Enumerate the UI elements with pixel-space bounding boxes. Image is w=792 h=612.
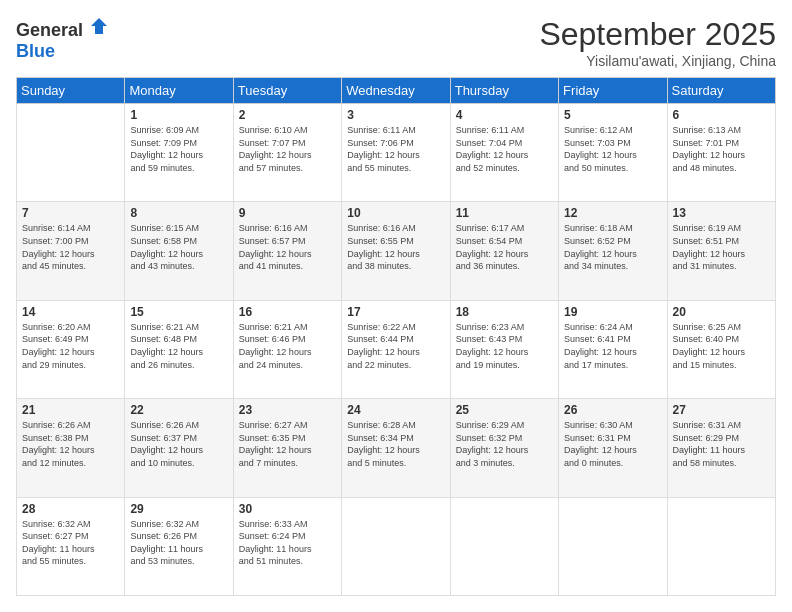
day-cell: 24Sunrise: 6:28 AM Sunset: 6:34 PM Dayli… bbox=[342, 399, 450, 497]
calendar-body: 1Sunrise: 6:09 AM Sunset: 7:09 PM Daylig… bbox=[17, 104, 776, 596]
day-cell bbox=[342, 497, 450, 595]
day-info: Sunrise: 6:09 AM Sunset: 7:09 PM Dayligh… bbox=[130, 124, 227, 174]
day-number: 30 bbox=[239, 502, 336, 516]
logo-icon bbox=[89, 16, 109, 36]
day-cell: 28Sunrise: 6:32 AM Sunset: 6:27 PM Dayli… bbox=[17, 497, 125, 595]
header-tuesday: Tuesday bbox=[233, 78, 341, 104]
day-number: 14 bbox=[22, 305, 119, 319]
day-info: Sunrise: 6:11 AM Sunset: 7:04 PM Dayligh… bbox=[456, 124, 553, 174]
day-number: 15 bbox=[130, 305, 227, 319]
day-cell: 5Sunrise: 6:12 AM Sunset: 7:03 PM Daylig… bbox=[559, 104, 667, 202]
header-monday: Monday bbox=[125, 78, 233, 104]
day-info: Sunrise: 6:30 AM Sunset: 6:31 PM Dayligh… bbox=[564, 419, 661, 469]
day-info: Sunrise: 6:24 AM Sunset: 6:41 PM Dayligh… bbox=[564, 321, 661, 371]
week-row-1: 1Sunrise: 6:09 AM Sunset: 7:09 PM Daylig… bbox=[17, 104, 776, 202]
day-cell bbox=[450, 497, 558, 595]
day-cell: 23Sunrise: 6:27 AM Sunset: 6:35 PM Dayli… bbox=[233, 399, 341, 497]
day-cell: 1Sunrise: 6:09 AM Sunset: 7:09 PM Daylig… bbox=[125, 104, 233, 202]
day-cell: 14Sunrise: 6:20 AM Sunset: 6:49 PM Dayli… bbox=[17, 300, 125, 398]
day-number: 12 bbox=[564, 206, 661, 220]
day-number: 16 bbox=[239, 305, 336, 319]
day-cell: 17Sunrise: 6:22 AM Sunset: 6:44 PM Dayli… bbox=[342, 300, 450, 398]
day-cell: 11Sunrise: 6:17 AM Sunset: 6:54 PM Dayli… bbox=[450, 202, 558, 300]
day-cell: 2Sunrise: 6:10 AM Sunset: 7:07 PM Daylig… bbox=[233, 104, 341, 202]
day-cell: 7Sunrise: 6:14 AM Sunset: 7:00 PM Daylig… bbox=[17, 202, 125, 300]
day-cell: 20Sunrise: 6:25 AM Sunset: 6:40 PM Dayli… bbox=[667, 300, 775, 398]
day-cell bbox=[559, 497, 667, 595]
day-cell: 19Sunrise: 6:24 AM Sunset: 6:41 PM Dayli… bbox=[559, 300, 667, 398]
header-thursday: Thursday bbox=[450, 78, 558, 104]
logo-text: General Blue bbox=[16, 16, 109, 62]
week-row-2: 7Sunrise: 6:14 AM Sunset: 7:00 PM Daylig… bbox=[17, 202, 776, 300]
logo-blue: Blue bbox=[16, 41, 55, 61]
day-info: Sunrise: 6:19 AM Sunset: 6:51 PM Dayligh… bbox=[673, 222, 770, 272]
day-info: Sunrise: 6:31 AM Sunset: 6:29 PM Dayligh… bbox=[673, 419, 770, 469]
day-info: Sunrise: 6:10 AM Sunset: 7:07 PM Dayligh… bbox=[239, 124, 336, 174]
day-number: 28 bbox=[22, 502, 119, 516]
day-cell: 29Sunrise: 6:32 AM Sunset: 6:26 PM Dayli… bbox=[125, 497, 233, 595]
location-subtitle: Yisilamu'awati, Xinjiang, China bbox=[539, 53, 776, 69]
day-info: Sunrise: 6:20 AM Sunset: 6:49 PM Dayligh… bbox=[22, 321, 119, 371]
calendar-header: Sunday Monday Tuesday Wednesday Thursday… bbox=[17, 78, 776, 104]
day-cell: 10Sunrise: 6:16 AM Sunset: 6:55 PM Dayli… bbox=[342, 202, 450, 300]
day-cell: 4Sunrise: 6:11 AM Sunset: 7:04 PM Daylig… bbox=[450, 104, 558, 202]
day-number: 2 bbox=[239, 108, 336, 122]
day-info: Sunrise: 6:21 AM Sunset: 6:48 PM Dayligh… bbox=[130, 321, 227, 371]
week-row-4: 21Sunrise: 6:26 AM Sunset: 6:38 PM Dayli… bbox=[17, 399, 776, 497]
month-title: September 2025 bbox=[539, 16, 776, 53]
title-block: September 2025 Yisilamu'awati, Xinjiang,… bbox=[539, 16, 776, 69]
weekday-header-row: Sunday Monday Tuesday Wednesday Thursday… bbox=[17, 78, 776, 104]
day-cell: 12Sunrise: 6:18 AM Sunset: 6:52 PM Dayli… bbox=[559, 202, 667, 300]
day-cell: 27Sunrise: 6:31 AM Sunset: 6:29 PM Dayli… bbox=[667, 399, 775, 497]
day-cell: 30Sunrise: 6:33 AM Sunset: 6:24 PM Dayli… bbox=[233, 497, 341, 595]
day-info: Sunrise: 6:27 AM Sunset: 6:35 PM Dayligh… bbox=[239, 419, 336, 469]
day-info: Sunrise: 6:26 AM Sunset: 6:38 PM Dayligh… bbox=[22, 419, 119, 469]
day-number: 21 bbox=[22, 403, 119, 417]
day-number: 27 bbox=[673, 403, 770, 417]
day-info: Sunrise: 6:26 AM Sunset: 6:37 PM Dayligh… bbox=[130, 419, 227, 469]
day-number: 23 bbox=[239, 403, 336, 417]
day-info: Sunrise: 6:22 AM Sunset: 6:44 PM Dayligh… bbox=[347, 321, 444, 371]
day-cell: 6Sunrise: 6:13 AM Sunset: 7:01 PM Daylig… bbox=[667, 104, 775, 202]
day-number: 24 bbox=[347, 403, 444, 417]
day-number: 5 bbox=[564, 108, 661, 122]
day-number: 3 bbox=[347, 108, 444, 122]
day-info: Sunrise: 6:29 AM Sunset: 6:32 PM Dayligh… bbox=[456, 419, 553, 469]
week-row-3: 14Sunrise: 6:20 AM Sunset: 6:49 PM Dayli… bbox=[17, 300, 776, 398]
day-number: 4 bbox=[456, 108, 553, 122]
header-friday: Friday bbox=[559, 78, 667, 104]
day-info: Sunrise: 6:13 AM Sunset: 7:01 PM Dayligh… bbox=[673, 124, 770, 174]
day-info: Sunrise: 6:11 AM Sunset: 7:06 PM Dayligh… bbox=[347, 124, 444, 174]
day-cell: 16Sunrise: 6:21 AM Sunset: 6:46 PM Dayli… bbox=[233, 300, 341, 398]
day-number: 20 bbox=[673, 305, 770, 319]
day-info: Sunrise: 6:23 AM Sunset: 6:43 PM Dayligh… bbox=[456, 321, 553, 371]
header-sunday: Sunday bbox=[17, 78, 125, 104]
logo: General Blue bbox=[16, 16, 109, 62]
day-cell: 15Sunrise: 6:21 AM Sunset: 6:48 PM Dayli… bbox=[125, 300, 233, 398]
day-cell: 13Sunrise: 6:19 AM Sunset: 6:51 PM Dayli… bbox=[667, 202, 775, 300]
calendar-table: Sunday Monday Tuesday Wednesday Thursday… bbox=[16, 77, 776, 596]
calendar-page: General Blue September 2025 Yisilamu'awa… bbox=[0, 0, 792, 612]
day-number: 29 bbox=[130, 502, 227, 516]
day-cell: 18Sunrise: 6:23 AM Sunset: 6:43 PM Dayli… bbox=[450, 300, 558, 398]
logo-general: General bbox=[16, 20, 83, 40]
day-info: Sunrise: 6:33 AM Sunset: 6:24 PM Dayligh… bbox=[239, 518, 336, 568]
day-cell bbox=[17, 104, 125, 202]
week-row-5: 28Sunrise: 6:32 AM Sunset: 6:27 PM Dayli… bbox=[17, 497, 776, 595]
day-cell: 21Sunrise: 6:26 AM Sunset: 6:38 PM Dayli… bbox=[17, 399, 125, 497]
day-number: 18 bbox=[456, 305, 553, 319]
day-cell: 22Sunrise: 6:26 AM Sunset: 6:37 PM Dayli… bbox=[125, 399, 233, 497]
day-number: 13 bbox=[673, 206, 770, 220]
header-saturday: Saturday bbox=[667, 78, 775, 104]
day-info: Sunrise: 6:28 AM Sunset: 6:34 PM Dayligh… bbox=[347, 419, 444, 469]
day-number: 22 bbox=[130, 403, 227, 417]
day-number: 17 bbox=[347, 305, 444, 319]
day-cell: 3Sunrise: 6:11 AM Sunset: 7:06 PM Daylig… bbox=[342, 104, 450, 202]
day-number: 26 bbox=[564, 403, 661, 417]
day-info: Sunrise: 6:25 AM Sunset: 6:40 PM Dayligh… bbox=[673, 321, 770, 371]
day-info: Sunrise: 6:12 AM Sunset: 7:03 PM Dayligh… bbox=[564, 124, 661, 174]
day-cell: 8Sunrise: 6:15 AM Sunset: 6:58 PM Daylig… bbox=[125, 202, 233, 300]
day-info: Sunrise: 6:32 AM Sunset: 6:27 PM Dayligh… bbox=[22, 518, 119, 568]
day-number: 7 bbox=[22, 206, 119, 220]
day-info: Sunrise: 6:16 AM Sunset: 6:57 PM Dayligh… bbox=[239, 222, 336, 272]
